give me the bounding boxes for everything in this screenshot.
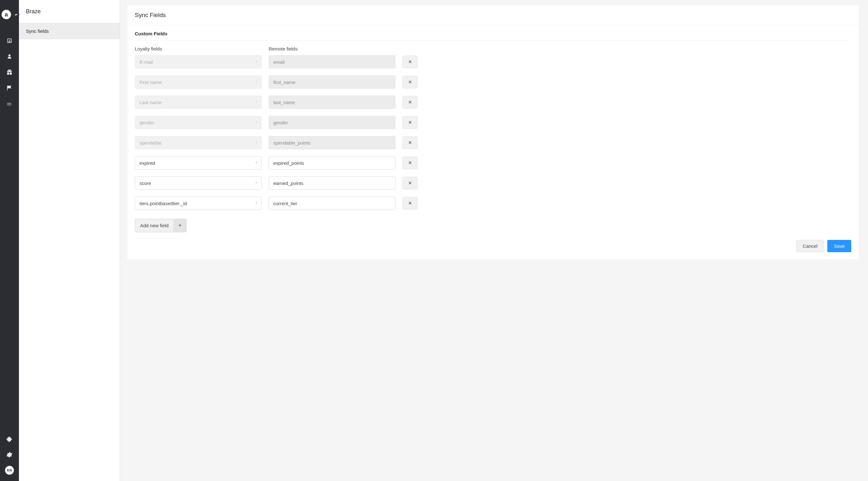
card-title: Sync Fields [127, 5, 859, 25]
remote-field-input [269, 75, 396, 89]
puzzle-icon [6, 436, 12, 442]
close-icon: ✕ [408, 160, 412, 166]
field-row: score✕ [135, 177, 851, 190]
remote-field-input [269, 116, 396, 129]
remove-row-button[interactable]: ✕ [402, 157, 417, 169]
gift-icon [6, 69, 12, 75]
app-root: a ⇄ KN Braze Sync fie [0, 0, 868, 481]
rail-item-dashboard[interactable] [0, 33, 19, 49]
flag-icon [6, 85, 12, 91]
loyalty-field-select: spendable [135, 136, 262, 149]
loyalty-select-wrap: Last name [135, 96, 262, 109]
remove-row-button[interactable]: ✕ [402, 76, 417, 88]
dashboard-icon [6, 38, 12, 44]
close-icon: ✕ [408, 59, 412, 65]
rail-item-campaigns[interactable] [0, 80, 19, 96]
close-icon: ✕ [408, 180, 412, 186]
loyalty-field-select[interactable]: expired [135, 156, 262, 169]
loyalty-field-select: gender [135, 116, 262, 129]
field-row: expired✕ [135, 156, 851, 169]
remove-row-button[interactable]: ✕ [402, 56, 417, 68]
remote-input-wrap [269, 75, 396, 89]
users-icon [6, 53, 12, 60]
loyalty-field-select: E-mail [135, 55, 262, 68]
columns-header: Loyalty fields Remote fields [135, 46, 851, 52]
remove-row-button[interactable]: ✕ [402, 116, 417, 129]
remote-input-wrap [269, 116, 396, 129]
loyalty-field-select: First name [135, 75, 262, 89]
rail-item-audiences[interactable] [0, 96, 19, 112]
remote-field-input[interactable] [269, 156, 396, 169]
remove-row-button[interactable]: ✕ [402, 136, 417, 149]
close-icon: ✕ [408, 79, 412, 85]
field-row: E-mail✕ [135, 55, 851, 68]
field-row: Last name✕ [135, 96, 851, 109]
sync-fields-card: Sync Fields Custom Fields Loyalty fields… [127, 5, 859, 260]
col-loyalty-label: Loyalty fields [135, 46, 262, 52]
rail-item-users[interactable] [0, 49, 19, 64]
field-rows: E-mail✕First name✕Last name✕gender✕spend… [135, 55, 851, 210]
add-field-label: Add new field [135, 219, 174, 232]
close-icon: ✕ [408, 99, 412, 105]
close-icon: ✕ [408, 120, 412, 125]
side-panel: Braze Sync fields [19, 0, 120, 481]
main-area: Sync Fields Custom Fields Loyalty fields… [120, 0, 868, 481]
remote-input-wrap [269, 197, 396, 210]
remote-input-wrap [269, 96, 396, 109]
field-row: spendable✕ [135, 136, 851, 149]
loyalty-select-wrap: spendable [135, 136, 262, 149]
remote-input-wrap [269, 156, 396, 169]
loyalty-field-select: Last name [135, 96, 262, 109]
section-title: Custom Fields [135, 31, 851, 40]
rail-item-integrations[interactable] [0, 431, 19, 447]
actions-row: Cancel Save [135, 240, 851, 252]
plus-icon: + [174, 219, 186, 232]
loyalty-field-select[interactable]: score [135, 177, 262, 190]
save-button[interactable]: Save [827, 240, 851, 252]
user-avatar[interactable]: KN [5, 466, 14, 475]
gear-icon [6, 452, 12, 458]
loyalty-field-select[interactable]: tiers.pointbasedtier._id [135, 197, 262, 210]
remove-row-button[interactable]: ✕ [402, 96, 417, 108]
loyalty-select-wrap: gender [135, 116, 262, 129]
field-row: tiers.pointbasedtier._id✕ [135, 197, 851, 210]
loyalty-select-wrap: E-mail [135, 55, 262, 68]
logo-circle: a [2, 10, 11, 19]
col-remote-label: Remote fields [269, 46, 396, 52]
cancel-button[interactable]: Cancel [796, 240, 824, 252]
remote-field-input[interactable] [269, 197, 396, 210]
remove-row-button[interactable]: ✕ [402, 197, 417, 210]
remote-field-input[interactable] [269, 177, 396, 190]
remove-row-button[interactable]: ✕ [402, 177, 417, 189]
loyalty-select-wrap: tiers.pointbasedtier._id [135, 197, 262, 210]
logo-letter: a [5, 11, 8, 18]
waves-icon [6, 101, 12, 107]
field-row: gender✕ [135, 116, 851, 129]
remote-input-wrap [269, 136, 396, 149]
loyalty-select-wrap: score [135, 177, 262, 190]
loyalty-select-wrap: First name [135, 75, 262, 89]
remote-field-input [269, 136, 396, 149]
avatar-initials: KN [7, 469, 12, 472]
nav-rail: a ⇄ KN [0, 0, 19, 481]
remote-input-wrap [269, 177, 396, 190]
loyalty-select-wrap: expired [135, 156, 262, 169]
field-row: First name✕ [135, 75, 851, 89]
close-icon: ✕ [408, 200, 412, 206]
remote-input-wrap [269, 55, 396, 68]
panel-title: Braze [19, 0, 120, 23]
sidebar-item-sync-fields[interactable]: Sync fields [19, 23, 120, 39]
swap-icon: ⇄ [13, 11, 19, 18]
close-icon: ✕ [408, 140, 412, 146]
rail-item-rewards[interactable] [0, 64, 19, 80]
rail-item-settings[interactable] [0, 447, 19, 463]
remote-field-input [269, 96, 396, 109]
card-body: Custom Fields Loyalty fields Remote fiel… [127, 25, 859, 260]
logo-badge[interactable]: a ⇄ [2, 9, 18, 20]
remote-field-input [269, 55, 396, 68]
add-field-button[interactable]: Add new field + [135, 219, 187, 232]
